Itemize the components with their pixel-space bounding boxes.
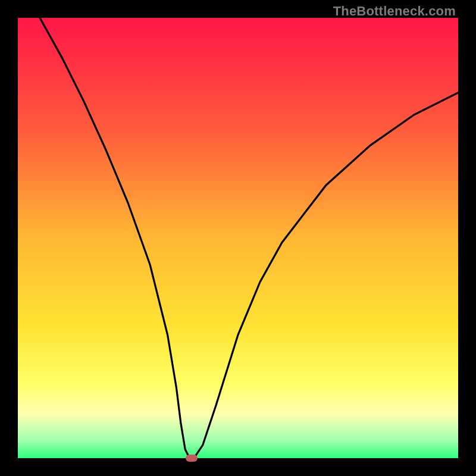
optimal-point-marker xyxy=(186,455,198,462)
bottleneck-curve xyxy=(40,18,458,458)
curve-layer xyxy=(18,18,458,458)
watermark-text: TheBottleneck.com xyxy=(333,4,456,19)
chart-container: TheBottleneck.com xyxy=(0,0,476,476)
plot-area xyxy=(18,18,458,458)
